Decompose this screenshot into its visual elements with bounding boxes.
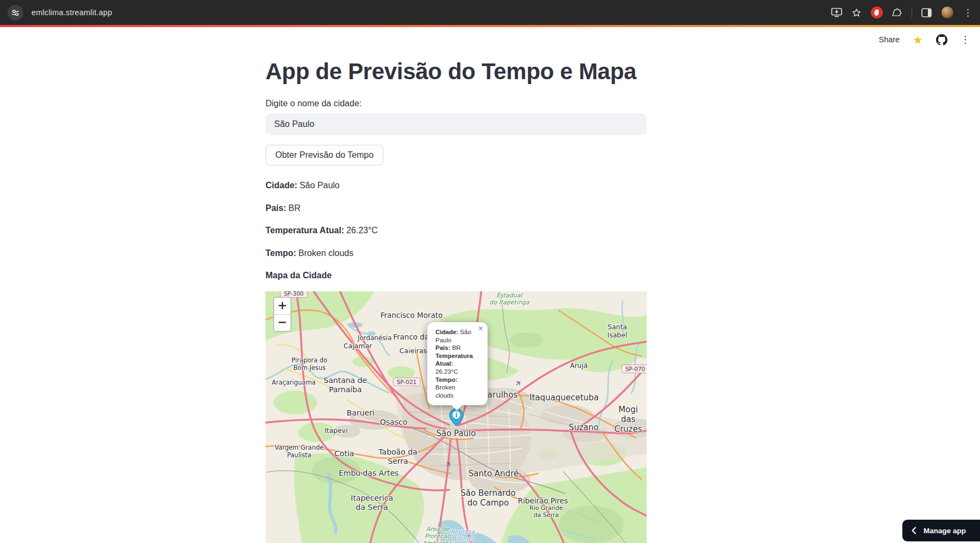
zoom-in-button[interactable]: +: [274, 298, 290, 314]
site-settings-tune-icon[interactable]: [8, 5, 23, 21]
profile-avatar[interactable]: [941, 6, 954, 19]
page-title: App de Previsão do Tempo e Mapa: [265, 59, 647, 85]
result-city: Cidade:São Paulo: [265, 178, 647, 193]
toolbar-divider: [912, 8, 912, 17]
result-weather: Tempo:Broken clouds: [265, 246, 647, 260]
city-input-label: Digite o nome da cidade:: [265, 99, 647, 108]
bookmark-star-icon[interactable]: [851, 8, 862, 18]
result-city-label: Cidade:: [265, 181, 298, 190]
browser-toolbar: emlclima.streamlit.app: [0, 0, 980, 25]
share-button[interactable]: Share: [878, 35, 900, 44]
result-country-value: BR: [288, 203, 300, 213]
manage-app-label: Manage app: [924, 527, 966, 535]
result-weather-value: Broken clouds: [299, 248, 353, 258]
city-map[interactable]: Francisco MoratoFranco da RochaJordanési…: [265, 291, 647, 543]
map-popup: × Cidade: São PauloPaís: BRTemperatura A…: [427, 322, 488, 405]
github-icon[interactable]: [936, 34, 947, 46]
manage-app-button[interactable]: Manage app: [902, 520, 980, 541]
result-temperature-label: Temperatura Atual:: [265, 226, 344, 235]
adblock-hand-icon[interactable]: [871, 7, 883, 18]
map-marker[interactable]: i: [449, 408, 464, 429]
result-country-label: País:: [265, 203, 286, 213]
browser-menu-icon[interactable]: ⋮: [963, 8, 972, 17]
city-input-value: São Paulo: [274, 119, 314, 129]
result-temperature: Temperatura Atual:26.23°C: [265, 223, 647, 238]
popup-line: Cidade: São Paulo: [435, 328, 475, 344]
extensions-puzzle-icon[interactable]: [892, 8, 902, 18]
install-app-icon[interactable]: [831, 8, 842, 17]
popup-line: Tempo: Broken clouds: [435, 376, 475, 400]
overflow-menu-icon[interactable]: ⋮: [960, 34, 970, 46]
popup-content: Cidade: São PauloPaís: BRTemperatura Atu…: [435, 328, 475, 399]
popup-line: País: BR: [435, 344, 475, 352]
favorite-star-icon[interactable]: ★: [913, 34, 923, 46]
streamlit-decoration-bar: [0, 25, 980, 27]
zoom-out-button[interactable]: −: [274, 314, 290, 331]
get-forecast-button[interactable]: Obter Previsão do Tempo: [265, 145, 383, 165]
result-city-value: São Paulo: [300, 181, 340, 190]
road-shield-badge: SP-070: [622, 365, 647, 373]
side-panel-icon[interactable]: [921, 8, 932, 17]
city-input[interactable]: São Paulo: [265, 113, 647, 135]
app-header: Share ★ ⋮: [878, 27, 970, 52]
road-shield-badge: SP-021: [393, 378, 421, 386]
main-content: App de Previsão do Tempo e Mapa Digite o…: [265, 54, 647, 543]
map-heading: Mapa da Cidade: [265, 269, 647, 283]
popup-line: Temperatura Atual: 26.23°C: [435, 352, 475, 376]
map-zoom-control: + −: [273, 297, 292, 332]
result-temperature-value: 26.23°C: [346, 226, 378, 235]
address-bar[interactable]: emlclima.streamlit.app: [31, 8, 112, 17]
popup-close-icon[interactable]: ×: [478, 324, 483, 333]
result-weather-label: Tempo:: [265, 248, 296, 258]
svg-text:i: i: [455, 412, 457, 419]
result-country: País:BR: [265, 201, 647, 215]
chevron-left-icon: [911, 527, 916, 534]
